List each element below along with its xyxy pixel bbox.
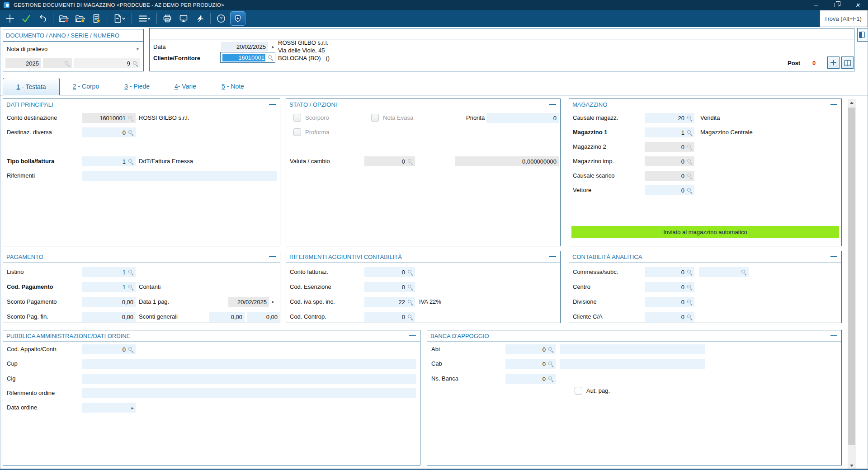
- lookup-icon[interactable]: [407, 299, 413, 305]
- document-yellow-button[interactable]: [88, 11, 104, 26]
- list-menu-button[interactable]: [134, 11, 154, 26]
- side-panel-toggle-button[interactable]: [857, 28, 868, 42]
- collapse-icon[interactable]: [409, 335, 416, 336]
- close-button[interactable]: [847, 0, 868, 10]
- nota-evasa-checkbox[interactable]: [371, 114, 379, 122]
- help-button[interactable]: ?: [213, 11, 229, 26]
- listino-field[interactable]: 1: [82, 267, 136, 277]
- minimize-button[interactable]: [806, 0, 826, 10]
- lookup-icon[interactable]: [132, 61, 138, 66]
- tab-varie[interactable]: 4- Varie: [161, 78, 210, 95]
- sconto-pagamento-field[interactable]: 0,00: [82, 297, 136, 307]
- abi-field[interactable]: 0: [505, 344, 556, 354]
- tab-corpo[interactable]: 2 - Corpo: [61, 78, 110, 95]
- restore-button[interactable]: [826, 0, 847, 10]
- open-yellow-button[interactable]: [72, 11, 88, 26]
- doc-type-select[interactable]: Nota di prelievo: [5, 43, 142, 55]
- lookup-icon[interactable]: [687, 284, 692, 290]
- scrollbar-thumb[interactable]: [848, 108, 855, 445]
- calendar-arrow-icon[interactable]: [272, 42, 277, 52]
- lookup-icon[interactable]: [687, 173, 692, 179]
- commessa-field[interactable]: 0: [645, 267, 694, 277]
- priorita-field[interactable]: 0: [486, 113, 559, 123]
- cod-contropartita-field[interactable]: 0: [364, 312, 415, 322]
- anno-field[interactable]: 2025: [5, 58, 41, 68]
- scorporo-checkbox[interactable]: [293, 114, 301, 122]
- lookup-icon[interactable]: [128, 269, 133, 275]
- lookup-icon[interactable]: [687, 144, 692, 150]
- lookup-icon[interactable]: [741, 269, 746, 275]
- magazzino1-field[interactable]: 1: [645, 127, 694, 137]
- causale-scarico-field[interactable]: 0: [645, 171, 694, 181]
- calendar-arrow-icon[interactable]: [131, 405, 133, 410]
- cambio-field[interactable]: 0,000000000: [455, 156, 559, 166]
- new-button[interactable]: [2, 11, 18, 26]
- collapse-icon[interactable]: [830, 256, 837, 257]
- tab-piede[interactable]: 3 - Piede: [113, 78, 161, 95]
- lookup-icon[interactable]: [687, 188, 692, 193]
- collapse-icon[interactable]: [269, 104, 276, 105]
- cab-desc-field[interactable]: [560, 359, 705, 369]
- cliente-ca-field[interactable]: 0: [645, 312, 694, 322]
- lookup-icon[interactable]: [407, 314, 413, 320]
- collapse-icon[interactable]: [549, 104, 556, 105]
- lookup-icon[interactable]: [548, 347, 553, 352]
- cliente-fornitore-field[interactable]: 16010001: [220, 52, 275, 63]
- lookup-icon[interactable]: [687, 269, 692, 275]
- lookup-icon[interactable]: [407, 269, 413, 275]
- conto-destinazione-field[interactable]: 16010001: [82, 113, 136, 123]
- document-menu-button[interactable]: [109, 11, 129, 26]
- open-red-button[interactable]: [56, 11, 72, 26]
- serie-field[interactable]: [43, 58, 72, 68]
- lookup-icon[interactable]: [687, 299, 692, 305]
- proforma-checkbox[interactable]: [293, 128, 301, 136]
- tipo-bolla-field[interactable]: 1: [82, 156, 136, 166]
- collapse-icon[interactable]: [830, 335, 837, 336]
- sconti-generali-field-1[interactable]: 0,00: [209, 312, 245, 322]
- data1-pag-field[interactable]: 20/02/2025: [228, 297, 269, 307]
- lookup-icon[interactable]: [128, 130, 133, 136]
- pdf-button[interactable]: [192, 11, 208, 26]
- lookup-icon[interactable]: [268, 55, 273, 61]
- tab-note[interactable]: 5 - Note: [209, 78, 257, 95]
- valuta-field[interactable]: 0: [364, 156, 415, 166]
- magazzino-imp-field[interactable]: 0: [645, 156, 694, 166]
- lookup-icon[interactable]: [687, 115, 692, 121]
- confirm-button[interactable]: [18, 11, 34, 26]
- cod-pagamento-field[interactable]: 1: [82, 282, 136, 292]
- lookup-icon[interactable]: [548, 376, 553, 382]
- cup-field[interactable]: [82, 359, 416, 369]
- conto-fatturazione-field[interactable]: 0: [364, 267, 415, 277]
- lookup-icon[interactable]: [128, 115, 133, 121]
- destinazione-diversa-field[interactable]: 0: [82, 127, 136, 137]
- lookup-icon[interactable]: [407, 159, 413, 164]
- lookup-icon[interactable]: [548, 361, 553, 367]
- find-box[interactable]: Trova (Alt+F1): [820, 10, 868, 27]
- print-button[interactable]: [159, 11, 175, 26]
- riferimento-ordine-field[interactable]: [82, 388, 416, 398]
- cab-field[interactable]: 0: [505, 359, 556, 369]
- lookup-icon[interactable]: [407, 284, 413, 290]
- cod-esenzione-field[interactable]: 0: [364, 282, 415, 292]
- lookup-icon[interactable]: [64, 61, 70, 66]
- preview-button[interactable]: [175, 11, 192, 26]
- cod-appalto-field[interactable]: 0: [82, 344, 136, 354]
- riferimenti-field[interactable]: [82, 171, 277, 181]
- divisione-field[interactable]: 0: [645, 297, 694, 307]
- lookup-icon[interactable]: [687, 130, 692, 136]
- vertical-scrollbar[interactable]: [848, 99, 856, 470]
- lookup-icon[interactable]: [128, 284, 133, 290]
- collapse-icon[interactable]: [269, 256, 276, 257]
- sconti-generali-field-2[interactable]: 0,00: [247, 312, 280, 322]
- cig-field[interactable]: [82, 374, 416, 384]
- lookup-icon[interactable]: [687, 314, 692, 320]
- vettore-field[interactable]: 0: [645, 185, 694, 195]
- aut-pag-checkbox[interactable]: [575, 387, 582, 395]
- calendar-arrow-icon[interactable]: [272, 297, 277, 307]
- data-field[interactable]: 20/02/2025: [221, 42, 268, 52]
- magazzino2-field[interactable]: 0: [645, 142, 694, 152]
- lookup-icon[interactable]: [128, 159, 133, 164]
- abi-desc-field[interactable]: [560, 344, 705, 354]
- lookup-icon[interactable]: [128, 347, 133, 352]
- post-add-button[interactable]: [827, 56, 840, 69]
